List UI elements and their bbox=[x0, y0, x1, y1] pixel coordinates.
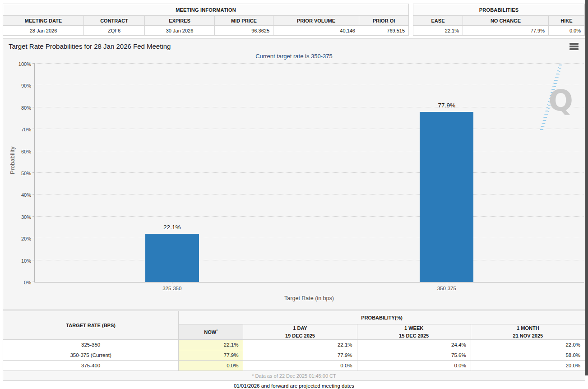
y-tick-label: 70% bbox=[9, 127, 31, 132]
col-no-change: NO CHANGE bbox=[463, 16, 549, 26]
y-gridline bbox=[35, 151, 584, 151]
now-column-header: NOW* bbox=[179, 324, 243, 340]
now-label: NOW bbox=[204, 329, 216, 335]
rate-column-header: TARGET RATE (BPS) bbox=[3, 311, 179, 340]
week-label: 1 WEEK bbox=[404, 325, 423, 331]
day-cell: 22.1% bbox=[243, 340, 357, 350]
y-tick-mark bbox=[32, 216, 35, 217]
now-cell: 0.0% bbox=[179, 361, 243, 371]
col-hike: HIKE bbox=[549, 16, 585, 26]
rate-cell: 325-350 bbox=[3, 340, 179, 350]
col-expires: EXPIRES bbox=[145, 16, 215, 26]
y-tick-mark bbox=[32, 107, 35, 107]
now-cell: 22.1% bbox=[179, 340, 243, 350]
prior-oi-value: 769,515 bbox=[359, 26, 409, 36]
x-category-label: 325-350 bbox=[140, 286, 204, 291]
y-tick-label: 20% bbox=[9, 236, 31, 241]
now-asterisk: * bbox=[216, 329, 218, 333]
month-cell: 20.0% bbox=[471, 361, 585, 371]
bar-value-label: 22.1% bbox=[140, 224, 204, 231]
month-column-header: 1 MONTH21 NOV 2025 bbox=[471, 324, 585, 340]
y-gridline bbox=[35, 85, 584, 85]
y-gridline bbox=[35, 260, 584, 260]
col-contract: CONTRACT bbox=[84, 16, 145, 26]
chart-menu-icon[interactable] bbox=[569, 43, 579, 50]
y-tick-mark bbox=[32, 282, 35, 282]
y-tick-label: 40% bbox=[9, 192, 31, 198]
y-gridline bbox=[35, 194, 584, 194]
y-tick-mark bbox=[32, 194, 35, 194]
data-asof-footnote: * Data as of 22 Dec 2025 01:45:00 CT bbox=[3, 371, 585, 381]
y-gridline bbox=[35, 216, 584, 217]
y-tick-label: 90% bbox=[9, 83, 31, 88]
col-meeting-date: MEETING DATE bbox=[3, 16, 84, 26]
expires-value: 30 Jan 2026 bbox=[145, 26, 215, 36]
y-gridline bbox=[35, 107, 584, 107]
x-axis-title: Target Rate (in bps) bbox=[34, 295, 584, 301]
chart-subtitle: Current target rate is 350-375 bbox=[3, 53, 585, 60]
month-cell: 58.0% bbox=[471, 350, 585, 361]
ease-value: 22.1% bbox=[413, 26, 463, 36]
table-row: 375-400 0.0% 0.0% 0.0% 20.0% bbox=[3, 361, 585, 371]
month-label: 1 MONTH bbox=[517, 325, 539, 331]
rate-cell: 350-375 (Current) bbox=[3, 350, 179, 361]
y-gridline bbox=[35, 238, 584, 238]
table-row: 350-375 (Current) 77.9% 77.9% 75.6% 58.0… bbox=[3, 350, 585, 361]
vertical-scrollbar[interactable] bbox=[585, 0, 588, 375]
menu-bar bbox=[569, 46, 579, 47]
y-tick-label: 0% bbox=[9, 280, 31, 285]
probability-group-header: PROBABILITY(%) bbox=[179, 311, 585, 324]
no-change-value: 77.9% bbox=[463, 26, 549, 36]
col-ease: EASE bbox=[413, 16, 463, 26]
prior-volume-value: 40,146 bbox=[273, 26, 359, 36]
y-tick-label: 80% bbox=[9, 105, 31, 111]
table-row: 325-350 22.1% 22.1% 24.4% 22.0% bbox=[3, 340, 585, 350]
col-mid-price: MID PRICE bbox=[215, 16, 273, 26]
week-column-header: 1 WEEK15 DEC 2025 bbox=[357, 324, 471, 340]
bar-value-label: 77.9% bbox=[415, 102, 478, 109]
col-prior-volume: PRIOR VOLUME bbox=[273, 16, 359, 26]
x-tick-mark bbox=[447, 282, 447, 284]
y-tick-mark bbox=[32, 63, 35, 64]
day-cell: 77.9% bbox=[243, 350, 357, 361]
y-tick-mark bbox=[32, 172, 35, 173]
contract-value: ZQF6 bbox=[84, 26, 145, 36]
y-tick-mark bbox=[32, 260, 35, 260]
week-cell: 75.6% bbox=[357, 350, 471, 361]
meeting-information-table: MEETING INFORMATION MEETING DATE CONTRAC… bbox=[3, 4, 409, 36]
day-label: 1 DAY bbox=[293, 325, 307, 331]
y-tick-label: 50% bbox=[9, 171, 31, 176]
y-gridline bbox=[35, 129, 584, 129]
rate-cell: 375-400 bbox=[3, 361, 179, 371]
meeting-date-value: 28 Jan 2026 bbox=[3, 26, 84, 36]
probability-chart-panel: Target Rate Probabilities for 28 Jan 202… bbox=[3, 38, 585, 310]
x-tick-mark bbox=[172, 282, 172, 284]
y-tick-label: 10% bbox=[9, 258, 31, 264]
now-cell: 77.9% bbox=[179, 350, 243, 361]
probability-history-table: TARGET RATE (BPS) PROBABILITY(%) NOW* 1 … bbox=[3, 310, 585, 381]
y-gridline bbox=[35, 172, 584, 173]
month-cell: 22.0% bbox=[471, 340, 585, 350]
plot-area: 0%10%20%30%40%50%60%70%80%90%100%22.1%32… bbox=[34, 64, 584, 282]
week-date: 15 DEC 2025 bbox=[399, 333, 429, 338]
hike-value: 0.0% bbox=[549, 26, 585, 36]
day-date: 19 DEC 2025 bbox=[285, 333, 315, 338]
y-tick-mark bbox=[32, 129, 35, 129]
projected-dates-note: 01/01/2026 and forward are projected mee… bbox=[3, 383, 585, 389]
y-tick-label: 60% bbox=[9, 149, 31, 154]
y-tick-mark bbox=[32, 151, 35, 151]
y-gridline bbox=[35, 63, 584, 64]
menu-bar bbox=[569, 43, 579, 45]
mid-price-value: 96.3625 bbox=[215, 26, 273, 36]
col-prior-oi: PRIOR OI bbox=[359, 16, 409, 26]
probability-bar-325-350 bbox=[145, 234, 199, 282]
probabilities-table: PROBABILITIES EASE NO CHANGE HIKE 22.1% … bbox=[413, 4, 585, 36]
history-table-wrap: TARGET RATE (BPS) PROBABILITY(%) NOW* 1 … bbox=[3, 310, 585, 381]
y-tick-label: 30% bbox=[9, 214, 31, 220]
day-cell: 0.0% bbox=[243, 361, 357, 371]
chart-title: Target Rate Probabilities for 28 Jan 202… bbox=[9, 42, 171, 50]
menu-bar bbox=[569, 48, 579, 50]
probabilities-title: PROBABILITIES bbox=[413, 4, 585, 16]
week-cell: 0.0% bbox=[357, 361, 471, 371]
y-tick-mark bbox=[32, 238, 35, 238]
